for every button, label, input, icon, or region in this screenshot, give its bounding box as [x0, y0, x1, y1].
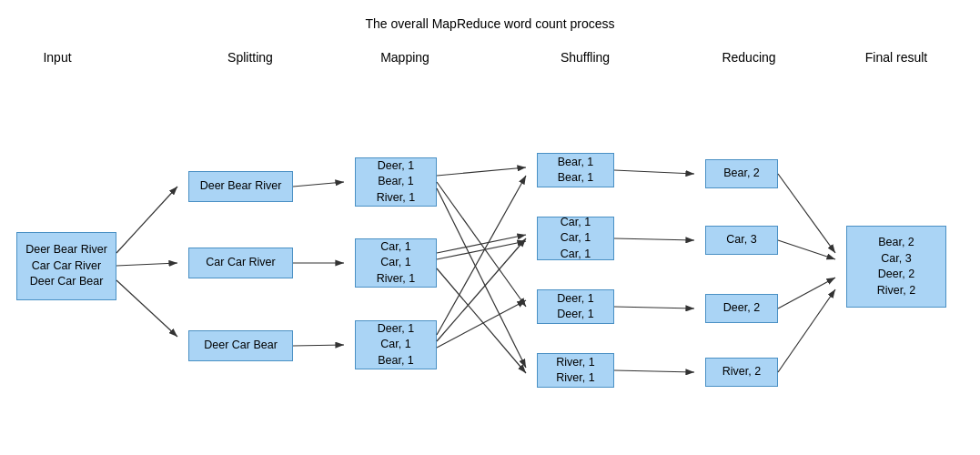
svg-line-19 — [778, 174, 835, 253]
svg-line-6 — [437, 167, 526, 176]
map-box-3: Deer, 1 Car, 1 Bear, 1 — [355, 320, 437, 369]
svg-line-11 — [437, 268, 526, 373]
shuf-box-4: River, 1 River, 1 — [537, 353, 614, 388]
shuf-box-2: Car, 1 Car, 1 Car, 1 — [537, 217, 614, 260]
shuf-box-3: Deer, 1 Deer, 1 — [537, 289, 614, 324]
col-label-shuffling: Shuffling — [535, 50, 635, 65]
split-box-2: Car Car River — [188, 248, 293, 278]
diagram-container: The overall MapReduce word count process… — [0, 0, 980, 455]
red-box-2: Car, 3 — [705, 226, 778, 255]
red-box-4: River, 2 — [705, 358, 778, 387]
svg-line-21 — [778, 278, 835, 308]
svg-line-5 — [293, 345, 344, 346]
col-label-input: Input — [16, 50, 98, 65]
split-box-3: Deer Car Bear — [188, 330, 293, 361]
red-box-3: Deer, 2 — [705, 294, 778, 323]
svg-line-12 — [437, 176, 526, 335]
shuf-box-1: Bear, 1 Bear, 1 — [537, 153, 614, 187]
col-label-splitting: Splitting — [191, 50, 309, 65]
svg-line-14 — [437, 300, 526, 348]
final-box: Bear, 2 Car, 3 Deer, 2 River, 2 — [846, 226, 946, 308]
svg-line-10 — [437, 241, 526, 259]
svg-line-7 — [437, 182, 526, 307]
svg-line-22 — [778, 289, 835, 372]
svg-line-2 — [116, 280, 177, 337]
diagram-title: The overall MapReduce word count process — [0, 16, 980, 31]
svg-line-1 — [116, 263, 177, 266]
col-label-reducing: Reducing — [703, 50, 794, 65]
svg-line-18 — [614, 370, 694, 372]
red-box-1: Bear, 2 — [705, 159, 778, 188]
svg-line-16 — [614, 238, 694, 240]
arrows-svg — [0, 0, 980, 455]
svg-line-20 — [778, 240, 835, 259]
svg-line-15 — [614, 170, 694, 174]
svg-line-3 — [293, 182, 344, 187]
input-box: Deer Bear River Car Car River Deer Car B… — [16, 232, 116, 300]
svg-line-9 — [437, 235, 526, 253]
svg-line-0 — [116, 187, 177, 253]
svg-line-8 — [437, 188, 526, 368]
map-box-1: Deer, 1 Bear, 1 River, 1 — [355, 157, 437, 207]
svg-line-17 — [614, 307, 694, 308]
split-box-1: Deer Bear River — [188, 171, 293, 202]
map-box-2: Car, 1 Car, 1 River, 1 — [355, 238, 437, 288]
svg-line-13 — [437, 238, 526, 341]
col-label-final: Final result — [846, 50, 946, 65]
col-label-mapping: Mapping — [355, 50, 455, 65]
